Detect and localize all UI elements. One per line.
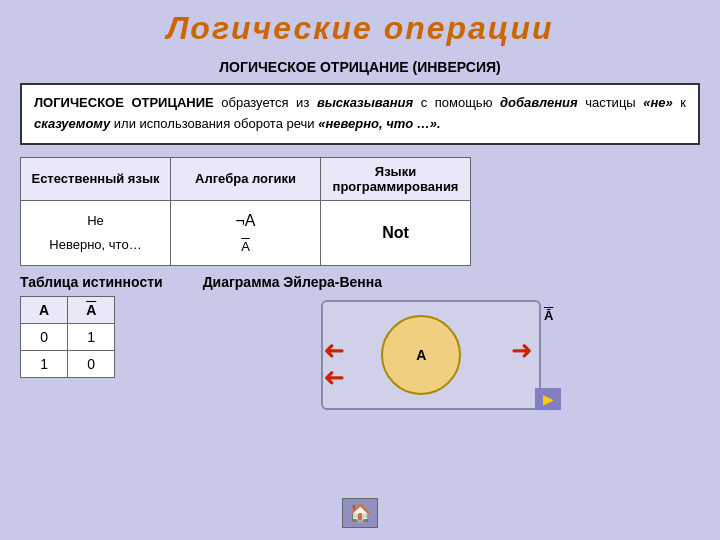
next-arrow-icon: ▶: [543, 391, 554, 407]
def-text1: образуется из: [214, 95, 317, 110]
truth-table-label: Таблица истинности: [20, 274, 163, 290]
truth-col-a: A: [21, 296, 68, 323]
truth-table-section: Таблица истинности A A 0 1: [20, 274, 163, 378]
col-header-algebra: Алгебра логики: [171, 157, 321, 200]
truth-cell-nota1: 0: [68, 350, 115, 377]
euler-nota-overline: Ā: [544, 308, 553, 323]
euler-section: Диаграмма Эйлера-Венна ➜ ➜ ➜ A Ā ▶: [183, 274, 700, 430]
truth-cell-a1: 1: [21, 350, 68, 377]
truth-col-not-a: A: [68, 296, 115, 323]
overline-a: A: [241, 239, 250, 254]
euler-label: Диаграмма Эйлера-Венна: [203, 274, 382, 290]
truth-header-overline: A: [86, 302, 96, 318]
arrow-right: ➜: [511, 335, 533, 366]
euler-nota-label: Ā: [544, 308, 553, 323]
def-text5: или использования оборота речи: [110, 116, 318, 131]
bottom-section: Таблица истинности A A 0 1: [20, 274, 700, 430]
col-header-programming: Языки программирования: [321, 157, 471, 200]
cell-algebra: ¬A A: [171, 200, 321, 265]
def-highlight2: добавления: [500, 95, 578, 110]
def-bold-term: ЛОГИЧЕСКОЕ ОТРИЦАНИЕ: [34, 95, 214, 110]
circle-label-a: A: [416, 347, 426, 363]
page-title: Логические операции: [20, 10, 700, 47]
cell-programming: Not: [321, 200, 471, 265]
logic-table: Естественный язык Алгебра логики Языки п…: [20, 157, 471, 266]
def-text3: частицы: [578, 95, 644, 110]
def-text2: с помощью: [413, 95, 500, 110]
def-highlight1: высказывания: [317, 95, 413, 110]
cell-natural: НеНеверно, что…: [21, 200, 171, 265]
truth-row-2: 1 0: [21, 350, 115, 377]
def-highlight4: сказуемому: [34, 116, 110, 131]
arrow-left2: ➜: [323, 362, 345, 393]
truth-table: A A 0 1 1 0: [20, 296, 115, 378]
def-text4: к: [673, 95, 686, 110]
truth-cell-a0: 0: [21, 323, 68, 350]
euler-diagram: ➜ ➜ ➜ A Ā ▶: [321, 300, 561, 430]
table-row: НеНеверно, что… ¬A A Not: [21, 200, 471, 265]
def-highlight3: «не»: [643, 95, 673, 110]
section-title: ЛОГИЧЕСКОЕ ОТРИЦАНИЕ (ИНВЕРСИЯ): [20, 59, 700, 75]
truth-cell-nota0: 1: [68, 323, 115, 350]
page: Логические операции ЛОГИЧЕСКОЕ ОТРИЦАНИЕ…: [0, 0, 720, 540]
home-button[interactable]: 🏠: [342, 498, 378, 528]
col-header-natural: Естественный язык: [21, 157, 171, 200]
truth-row-1: 0 1: [21, 323, 115, 350]
negation-symbol: ¬A: [235, 212, 255, 229]
def-highlight5: «неверно, что …».: [318, 116, 440, 131]
definition-box: ЛОГИЧЕСКОЕ ОТРИЦАНИЕ образуется из выска…: [20, 83, 700, 145]
euler-circle-a: A: [381, 315, 461, 395]
home-icon: 🏠: [349, 502, 371, 524]
next-arrow-button[interactable]: ▶: [535, 388, 561, 410]
